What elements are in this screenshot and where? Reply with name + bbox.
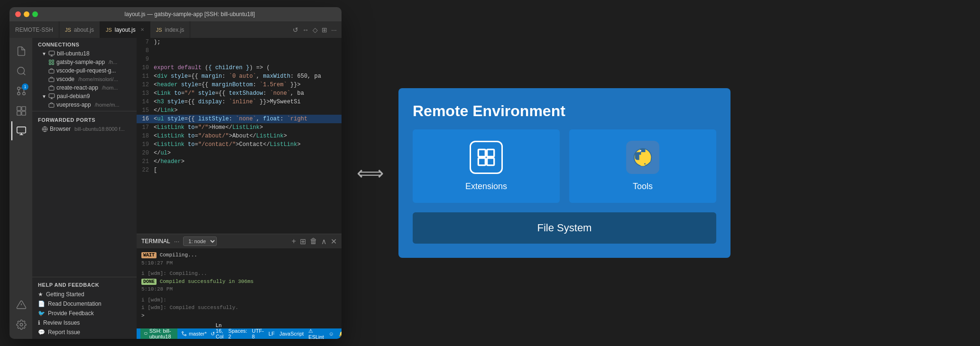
js-icon: JS xyxy=(156,27,162,33)
tree-item-paul-debian9[interactable]: ▼ paul-debian9 xyxy=(32,92,137,100)
tools-label: Tools xyxy=(633,182,653,191)
close-button[interactable] xyxy=(15,11,21,17)
delete-terminal-icon[interactable]: 🗑 xyxy=(310,237,317,246)
svg-point-2 xyxy=(23,92,26,95)
browser-icon xyxy=(42,126,48,132)
status-eslint[interactable]: ⚠ ESLint xyxy=(308,328,324,339)
status-sync-icon[interactable]: ↺ xyxy=(211,331,215,337)
activity-search-icon[interactable] xyxy=(11,62,30,81)
status-branch-name: master* xyxy=(189,331,207,337)
maximize-button[interactable] xyxy=(32,11,38,17)
tab-index-js[interactable]: JS index.js xyxy=(150,21,191,38)
terminal-content[interactable]: WAIT Compiling... 5:10:27 PM i [wdm]: Co… xyxy=(137,248,342,328)
vscode-window: layout.js — gatsby-sample-app [SSH: bill… xyxy=(9,7,342,339)
close-terminal-icon[interactable]: ✕ xyxy=(331,237,337,246)
split-editor-icon[interactable]: ↺ xyxy=(293,26,298,34)
tree-item-bill-ubuntu18[interactable]: ▼ bill-ubuntu18 xyxy=(32,49,137,58)
svg-rect-29 xyxy=(49,103,54,107)
activity-extensions-icon[interactable] xyxy=(11,101,30,120)
split-terminal-icon[interactable]: ⊞ xyxy=(300,237,306,246)
tree-item-gatsby-sample-app[interactable]: gatsby-sample-app /h... xyxy=(32,58,137,66)
tools-card[interactable]: Tools xyxy=(569,129,716,203)
terminal-more-icon[interactable]: ··· xyxy=(174,237,180,245)
tree-item-vuepress-app[interactable]: vuepress-app /home/m... xyxy=(32,100,137,109)
status-right: Ln 16, Col 7 Spaces: 2 UTF-8 LF JavaScri… xyxy=(216,322,342,339)
code-line: 22 [ xyxy=(137,166,342,174)
help-read-documentation[interactable]: 📄 Read Documentation xyxy=(32,299,137,309)
help-provide-feedback[interactable]: 🐦 Provide Feedback xyxy=(32,309,137,318)
source-control-badge: 1 xyxy=(22,83,28,90)
tab-remote-ssh[interactable]: REMOTE-SSH xyxy=(9,21,59,38)
title-bar: layout.js — gatsby-sample-app [SSH: bill… xyxy=(9,7,342,21)
extensions-card[interactable]: Extensions xyxy=(413,129,560,203)
status-smiley-icon[interactable]: ☺ xyxy=(329,331,334,337)
help-label: Provide Feedback xyxy=(48,310,94,317)
tree-item-create-react-app[interactable]: create-react-app /hom... xyxy=(32,83,137,92)
tree-item-browser-port[interactable]: Browser bill-ubuntu18:8000 f... xyxy=(32,125,137,133)
tree-subtext: /h... xyxy=(109,59,117,65)
terminal-area: TERMINAL ··· 1: node + ⊞ 🗑 ∧ ✕ xyxy=(137,234,342,328)
code-editor[interactable]: 7 ); 8 9 10 export default ({ children }… xyxy=(137,38,342,234)
svg-rect-21 xyxy=(49,63,51,64)
tree-label: Browser xyxy=(50,126,71,132)
host-icon xyxy=(48,50,55,57)
terminal-tab-label[interactable]: TERMINAL xyxy=(141,238,170,245)
help-review-issues[interactable]: ℹ Review Issues xyxy=(32,318,137,328)
tab-bar: REMOTE-SSH JS about.js JS layout.js ✕ JS… xyxy=(9,21,342,38)
terminal-line: > xyxy=(141,312,337,320)
svg-rect-6 xyxy=(17,107,21,110)
remote-panel-title: Remote Environment xyxy=(413,102,716,120)
more-actions-icon[interactable]: ··· xyxy=(331,26,337,34)
tree-label: vscode xyxy=(56,76,74,82)
help-getting-started[interactable]: ★ Getting Started xyxy=(32,290,137,299)
tab-layout-js[interactable]: JS layout.js ✕ xyxy=(100,21,150,38)
svg-point-35 xyxy=(185,335,186,336)
traffic-lights xyxy=(15,11,38,17)
folder-icon xyxy=(48,68,55,74)
add-terminal-icon[interactable]: + xyxy=(292,237,296,246)
svg-point-15 xyxy=(20,323,23,326)
svg-rect-9 xyxy=(22,111,26,115)
activity-warning-icon[interactable] xyxy=(11,295,30,314)
tab-about-js[interactable]: JS about.js xyxy=(59,21,100,38)
activity-source-control-icon[interactable]: 1 xyxy=(11,82,30,100)
status-position[interactable]: Ln 16, Col 7 xyxy=(216,322,224,339)
tree-label: create-react-app xyxy=(56,84,98,91)
terminal-instance-select[interactable]: 1: node xyxy=(183,237,217,246)
tree-item-vscode-pull-request[interactable]: vscode-pull-request-g... xyxy=(32,66,137,75)
tab-label: REMOTE-SSH xyxy=(15,27,53,33)
maximize-terminal-icon[interactable]: ∧ xyxy=(321,237,327,246)
minimize-button[interactable] xyxy=(24,11,29,17)
status-branch[interactable]: master* xyxy=(178,331,210,337)
help-report-issue[interactable]: 💬 Report Issue xyxy=(32,328,137,337)
terminal-line: DONE Compiled successfully in 306ms xyxy=(141,278,337,286)
tree-item-vscode[interactable]: vscode /home/misolori/... xyxy=(32,75,137,83)
svg-point-0 xyxy=(18,67,25,74)
tab-right-icons: ↺ ↔ ◇ ⊞ ··· xyxy=(288,21,342,38)
status-ssh[interactable]: SSH: bill-ubuntu18 xyxy=(140,328,177,339)
code-line: 16 <ul style={{ listStyle: `none`, float… xyxy=(137,115,342,123)
navigate-forward-icon[interactable]: ◇ xyxy=(313,26,318,34)
python-icon xyxy=(626,141,659,174)
status-language[interactable]: JavaScript xyxy=(279,331,304,337)
activity-files-icon[interactable] xyxy=(11,42,30,61)
status-line-ending[interactable]: LF xyxy=(268,331,275,337)
tab-close-icon[interactable]: ✕ xyxy=(140,27,144,32)
layout-icon[interactable]: ⊞ xyxy=(322,26,327,34)
status-spaces[interactable]: Spaces: 2 xyxy=(228,328,247,339)
terminal-line: 5:10:27 PM xyxy=(141,259,337,267)
help-label: Review Issues xyxy=(43,319,80,326)
tree-label: vuepress-app xyxy=(56,101,91,108)
remote-icons-row: Extensions xyxy=(413,129,716,203)
status-bell-icon[interactable]: 🔔 xyxy=(339,331,342,337)
navigate-back-icon[interactable]: ↔ xyxy=(302,26,309,34)
status-encoding[interactable]: UTF-8 xyxy=(252,328,264,339)
connections-header: CONNECTIONS xyxy=(32,38,137,49)
activity-remote-explorer-icon[interactable] xyxy=(11,121,30,140)
filesystem-card[interactable]: File System xyxy=(413,212,716,244)
filesystem-label: File System xyxy=(537,222,592,234)
activity-settings-icon[interactable] xyxy=(11,315,30,334)
help-label: Report Issue xyxy=(48,329,80,336)
svg-rect-10 xyxy=(17,127,26,133)
help-label: Read Documentation xyxy=(48,300,102,307)
